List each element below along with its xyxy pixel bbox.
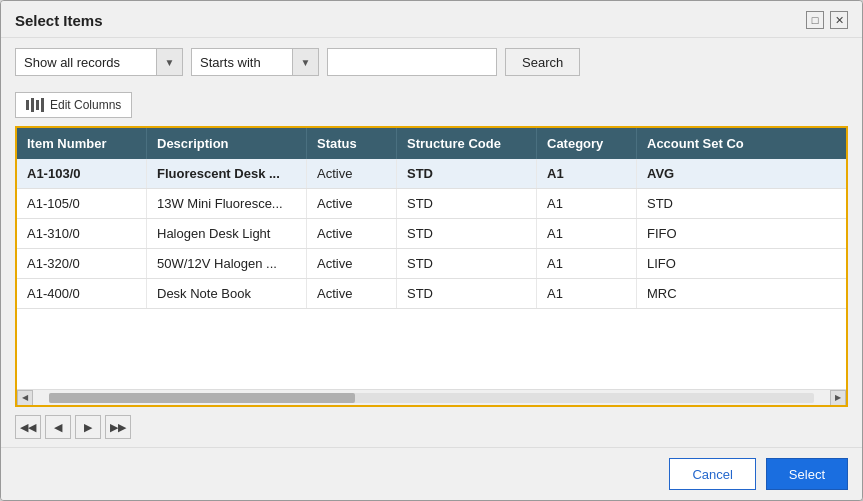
table-row[interactable]: A1-400/0Desk Note BookActiveSTDA1MRC <box>17 279 846 309</box>
title-bar-controls: □ ✕ <box>806 11 848 29</box>
col-header-item-number: Item Number <box>17 128 147 159</box>
table-cell: A1 <box>537 279 637 308</box>
table-cell: STD <box>397 249 537 278</box>
table-header: Item Number Description Status Structure… <box>17 128 846 159</box>
footer: Cancel Select <box>1 447 862 500</box>
filter-dropdown-arrow[interactable]: ▼ <box>156 49 182 75</box>
title-bar: Select Items □ ✕ <box>1 1 862 38</box>
dialog-title: Select Items <box>15 12 103 29</box>
edit-columns-label: Edit Columns <box>50 98 121 112</box>
table-cell: Active <box>307 189 397 218</box>
edit-columns-bar: Edit Columns <box>1 86 862 126</box>
maximize-button[interactable]: □ <box>806 11 824 29</box>
table-cell: Active <box>307 219 397 248</box>
search-button[interactable]: Search <box>505 48 580 76</box>
col-bar-4 <box>41 98 44 112</box>
table-cell: Active <box>307 159 397 188</box>
table-body: A1-103/0Fluorescent Desk ...ActiveSTDA1A… <box>17 159 846 389</box>
h-scrollbar-thumb[interactable] <box>49 393 355 403</box>
last-page-button[interactable]: ▶▶ <box>105 415 131 439</box>
edit-columns-button[interactable]: Edit Columns <box>15 92 132 118</box>
col-header-structure-code: Structure Code <box>397 128 537 159</box>
col-header-account-set: Account Set Co <box>637 128 846 159</box>
h-scrollbar-track <box>49 393 814 403</box>
table-cell: STD <box>397 189 537 218</box>
select-items-dialog: Select Items □ ✕ Show all records ▼ Star… <box>0 0 863 501</box>
table-cell: A1-400/0 <box>17 279 147 308</box>
table-row[interactable]: A1-103/0Fluorescent Desk ...ActiveSTDA1A… <box>17 159 846 189</box>
table-cell: LIFO <box>637 249 846 278</box>
table-row[interactable]: A1-320/050W/12V Halogen ...ActiveSTDA1LI… <box>17 249 846 279</box>
condition-dropdown-arrow[interactable]: ▼ <box>292 49 318 75</box>
table-cell: A1-103/0 <box>17 159 147 188</box>
filter-label: Show all records <box>16 55 156 70</box>
columns-icon <box>26 98 44 112</box>
scroll-right-arrow[interactable]: ▶ <box>830 390 846 406</box>
col-header-category: Category <box>537 128 637 159</box>
table-row[interactable]: A1-105/013W Mini Fluoresce...ActiveSTDA1… <box>17 189 846 219</box>
table-cell: FIFO <box>637 219 846 248</box>
table-cell: MRC <box>637 279 846 308</box>
condition-label: Starts with <box>192 55 292 70</box>
table-cell: A1-105/0 <box>17 189 147 218</box>
table-cell: Halogen Desk Light <box>147 219 307 248</box>
pagination-bar: ◀◀ ◀ ▶ ▶▶ <box>1 407 862 447</box>
data-table-container: Item Number Description Status Structure… <box>15 126 848 407</box>
table-cell: Fluorescent Desk ... <box>147 159 307 188</box>
col-bar-3 <box>36 100 39 110</box>
table-cell: A1 <box>537 189 637 218</box>
table-cell: Active <box>307 279 397 308</box>
next-page-button[interactable]: ▶ <box>75 415 101 439</box>
table-cell: AVG <box>637 159 846 188</box>
toolbar: Show all records ▼ Starts with ▼ Search <box>1 38 862 86</box>
prev-page-button[interactable]: ◀ <box>45 415 71 439</box>
first-page-button[interactable]: ◀◀ <box>15 415 41 439</box>
table-cell: STD <box>397 219 537 248</box>
table-cell: A1-320/0 <box>17 249 147 278</box>
table-cell: STD <box>397 159 537 188</box>
col-header-description: Description <box>147 128 307 159</box>
close-button[interactable]: ✕ <box>830 11 848 29</box>
table-cell: 13W Mini Fluoresce... <box>147 189 307 218</box>
table-cell: STD <box>637 189 846 218</box>
condition-dropdown[interactable]: Starts with ▼ <box>191 48 319 76</box>
col-header-status: Status <box>307 128 397 159</box>
scroll-left-arrow[interactable]: ◀ <box>17 390 33 406</box>
col-bar-1 <box>26 100 29 110</box>
col-bar-2 <box>31 98 34 112</box>
search-input[interactable] <box>327 48 497 76</box>
table-row[interactable]: A1-310/0Halogen Desk LightActiveSTDA1FIF… <box>17 219 846 249</box>
table-cell: 50W/12V Halogen ... <box>147 249 307 278</box>
select-button[interactable]: Select <box>766 458 848 490</box>
table-cell: A1 <box>537 249 637 278</box>
table-cell: Active <box>307 249 397 278</box>
table-cell: Desk Note Book <box>147 279 307 308</box>
table-cell: A1 <box>537 159 637 188</box>
table-cell: A1-310/0 <box>17 219 147 248</box>
horizontal-scrollbar[interactable]: ◀ ▶ <box>17 389 846 405</box>
cancel-button[interactable]: Cancel <box>669 458 755 490</box>
table-cell: STD <box>397 279 537 308</box>
filter-dropdown[interactable]: Show all records ▼ <box>15 48 183 76</box>
table-cell: A1 <box>537 219 637 248</box>
